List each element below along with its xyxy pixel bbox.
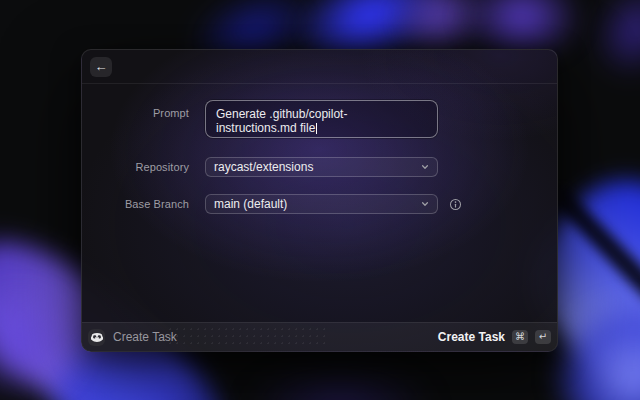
back-arrow-icon: ←: [95, 59, 108, 74]
command-info: Create Task: [88, 329, 177, 346]
github-copilot-icon: [88, 329, 105, 346]
prompt-value: Generate .github/copilot-instructions.md…: [216, 107, 347, 135]
base-branch-value: main (default): [214, 197, 415, 211]
background-art: [245, 368, 435, 400]
window-header: ←: [82, 50, 557, 84]
chevron-down-icon: [421, 200, 429, 208]
form-row-base-branch: Base Branch main (default): [82, 194, 557, 214]
form-row-prompt: Prompt Generate .github/copilot-instruct…: [82, 100, 557, 138]
prompt-input[interactable]: Generate .github/copilot-instructions.md…: [205, 100, 438, 138]
action-bar: Create Task Create Task ⌘ ↵: [82, 322, 557, 351]
background-art: [548, 295, 640, 400]
command-key-icon: ⌘: [512, 330, 528, 344]
create-task-form: Prompt Generate .github/copilot-instruct…: [82, 84, 557, 322]
command-name: Create Task: [113, 330, 177, 344]
background-art: [577, 0, 640, 93]
create-task-button[interactable]: Create Task ⌘ ↵: [438, 330, 551, 344]
info-icon[interactable]: [449, 194, 462, 214]
repository-value: raycast/extensions: [214, 160, 415, 174]
repository-dropdown[interactable]: raycast/extensions: [205, 157, 438, 177]
background-art: [549, 185, 640, 314]
repository-label: Repository: [82, 157, 189, 177]
return-key-icon: ↵: [535, 330, 551, 344]
text-cursor: [316, 123, 317, 134]
create-task-window: ← Prompt Generate .github/copilot-instru…: [81, 49, 558, 352]
base-branch-dropdown[interactable]: main (default): [205, 194, 438, 214]
back-button[interactable]: ←: [90, 57, 112, 77]
create-task-button-label: Create Task: [438, 330, 505, 344]
prompt-label: Prompt: [82, 100, 189, 119]
chevron-down-icon: [421, 163, 429, 171]
form-row-repository: Repository raycast/extensions: [82, 157, 557, 177]
desktop-background: ← Prompt Generate .github/copilot-instru…: [0, 0, 640, 400]
background-art: [0, 290, 85, 400]
base-branch-label: Base Branch: [82, 194, 189, 214]
